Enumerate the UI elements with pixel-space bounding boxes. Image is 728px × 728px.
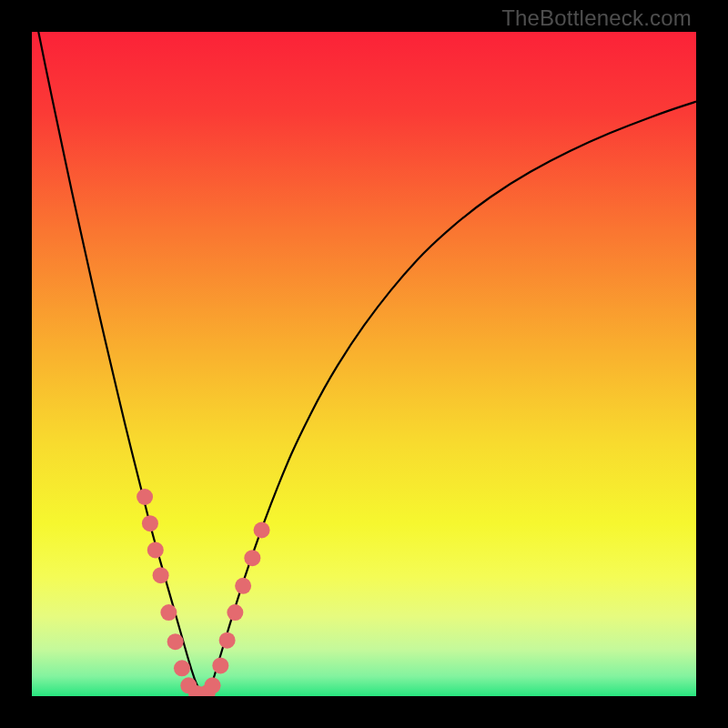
marker-point <box>254 522 270 539</box>
marker-point <box>147 541 164 558</box>
marker-point <box>219 632 236 649</box>
marker-point <box>227 604 243 621</box>
bottleneck-curve <box>32 32 696 693</box>
marker-point <box>142 515 158 531</box>
plot-area <box>32 32 696 696</box>
marker-point <box>174 660 190 676</box>
marker-point <box>205 677 221 693</box>
marker-point <box>235 578 251 594</box>
marker-point <box>167 633 184 650</box>
marker-point <box>136 489 153 505</box>
data-markers <box>136 489 269 696</box>
marker-point <box>153 567 169 583</box>
marker-point <box>160 604 177 621</box>
marker-point <box>244 550 260 566</box>
watermark-text: TheBottleneck.com <box>501 5 692 31</box>
marker-point <box>212 657 228 673</box>
curve-layer <box>32 32 696 696</box>
chart-frame: TheBottleneck.com <box>0 0 728 728</box>
